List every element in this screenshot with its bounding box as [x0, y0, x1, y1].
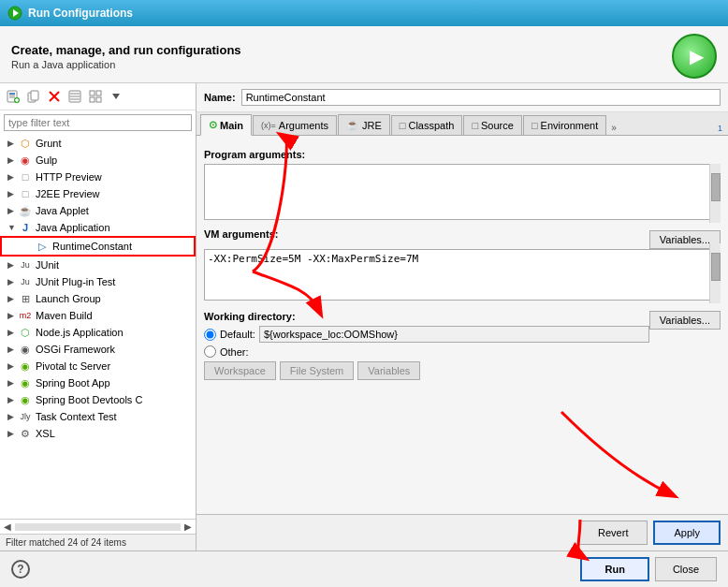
file-system-btn[interactable]: File System	[280, 361, 354, 380]
default-radio-label: Default:	[220, 329, 255, 340]
header-area: Create, manage, and run configurations R…	[0, 26, 728, 83]
header-title: Create, manage, and run configurations	[11, 43, 241, 57]
working-dir-label: Working directory:	[204, 311, 721, 322]
spring-boot-icon: ◉	[19, 376, 32, 389]
junit-plugin-icon: Ju	[19, 275, 32, 288]
tab-overflow-btn[interactable]: »	[607, 121, 620, 135]
environment-tab-label: Environment	[541, 120, 599, 131]
java-application-icon: J	[19, 221, 32, 234]
program-args-textarea[interactable]	[204, 164, 721, 220]
list-item-xsl[interactable]: ▶ ⚙ XSL	[0, 425, 196, 442]
jre-tab-label: JRE	[362, 120, 382, 131]
default-dir-input[interactable]	[259, 326, 649, 343]
svg-rect-17	[90, 91, 95, 95]
tab-classpath[interactable]: □ Classpath	[391, 115, 463, 135]
arguments-tab-label: Arguments	[279, 120, 328, 131]
other-radio[interactable]	[204, 345, 216, 358]
tabs-row: ⊙ Main (x)= Arguments ☕ JRE □ Classpath …	[197, 112, 728, 136]
list-item-spring-boot-dev[interactable]: ▶ ◉ Spring Boot Devtools C	[0, 391, 196, 408]
launch-group-icon: ⊞	[19, 292, 32, 305]
status-bar: Filter matched 24 of 24 items	[0, 534, 196, 550]
task-icon: Jly	[19, 410, 32, 423]
right-panel: Name: ⊙ Main (x)= Arguments ☕ JRE □	[197, 83, 728, 550]
workspace-btn[interactable]: Workspace	[204, 361, 276, 380]
http-preview-icon: □	[19, 170, 32, 183]
vm-args-scrollbar	[709, 243, 721, 303]
program-args-scrollbar	[709, 164, 721, 223]
list-item-java-application[interactable]: ▼ J Java Application	[0, 219, 196, 236]
toolbar-row	[0, 83, 196, 110]
list-item[interactable]: ▶ ◉ Gulp	[0, 152, 196, 169]
revert-btn[interactable]: Revert	[578, 521, 648, 545]
vm-args-container	[204, 243, 721, 303]
title-bar-icon	[7, 6, 22, 21]
scroll-left-arrow[interactable]: ◀	[4, 521, 11, 532]
dir-buttons-row: Workspace File System Variables	[204, 361, 721, 380]
list-item-nodejs[interactable]: ▶ ⬡ Node.js Application	[0, 324, 196, 341]
main-tab-label: Main	[220, 120, 243, 131]
config-content: Program arguments: Variables... VM argum…	[197, 136, 728, 514]
scroll-right-arrow[interactable]: ▶	[184, 521, 192, 532]
variables-btn-2[interactable]: Variables...	[649, 311, 721, 330]
bottom-bar: ? Run Close	[0, 550, 728, 587]
junit-icon: Ju	[19, 258, 32, 271]
list-item-junit-plugin[interactable]: ▶ Ju JUnit Plug-in Test	[0, 273, 196, 290]
tree-container: ▶ ⬡ Grunt ▶ ◉ Gulp ▶ □ HTTP Preview ▶ □	[0, 135, 196, 519]
program-args-scrollbar-thumb	[711, 173, 721, 201]
nodejs-icon: ⬡	[19, 326, 32, 339]
vm-args-textarea[interactable]	[204, 249, 721, 301]
close-button[interactable]: Close	[655, 557, 717, 581]
apply-btn[interactable]: Apply	[653, 521, 721, 545]
list-item[interactable]: ▶ ⬡ Grunt	[0, 135, 196, 152]
name-label: Name:	[204, 92, 236, 103]
duplicate-btn[interactable]	[24, 87, 43, 106]
list-item-osgi[interactable]: ▶ ◉ OSGi Framework	[0, 341, 196, 358]
tab-jre[interactable]: ☕ JRE	[338, 114, 390, 135]
list-item-launch-group[interactable]: ▶ ⊞ Launch Group	[0, 290, 196, 307]
header-text: Create, manage, and run configurations R…	[11, 43, 241, 70]
vm-args-scrollbar-thumb	[711, 253, 721, 281]
classpath-tab-label: Classpath	[408, 120, 454, 131]
maven-icon: m2	[19, 309, 32, 322]
j2ee-preview-icon: □	[19, 187, 32, 200]
collapse-all-btn[interactable]	[86, 87, 105, 106]
osgi-icon: ◉	[19, 343, 32, 356]
default-radio[interactable]	[204, 329, 216, 341]
delete-btn[interactable]	[45, 87, 64, 106]
tab-main[interactable]: ⊙ Main	[200, 114, 252, 136]
title-bar-text: Run Configurations	[28, 7, 133, 20]
scroll-arrows: ◀ ▶	[0, 519, 196, 534]
tab-source[interactable]: □ Source	[463, 115, 522, 135]
tab-environment[interactable]: □ Environment	[523, 115, 606, 135]
svg-rect-18	[96, 91, 101, 95]
menu-btn[interactable]	[107, 87, 125, 106]
name-input[interactable]	[241, 89, 721, 106]
variables-btn-3[interactable]: Variables	[357, 361, 420, 380]
grunt-icon: ⬡	[19, 137, 32, 150]
header-subtitle: Run a Java application	[11, 59, 241, 70]
pivotal-icon: ◉	[19, 360, 32, 373]
left-panel: ▶ ⬡ Grunt ▶ ◉ Gulp ▶ □ HTTP Preview ▶ □	[0, 83, 197, 550]
list-item-pivotal[interactable]: ▶ ◉ Pivotal tc Server	[0, 358, 196, 374]
xsl-icon: ⚙	[19, 427, 32, 440]
source-tab-icon: □	[472, 120, 478, 131]
list-item-spring-boot[interactable]: ▶ ◉ Spring Boot App	[0, 374, 196, 391]
new-config-btn[interactable]	[4, 87, 22, 106]
environment-tab-icon: □	[531, 120, 538, 131]
run-large-button[interactable]	[672, 34, 717, 79]
list-item[interactable]: ▶ □ J2EE Preview	[0, 185, 196, 202]
filter-input[interactable]	[4, 114, 192, 131]
jre-tab-icon: ☕	[346, 119, 359, 131]
main-container: Create, manage, and run configurations R…	[0, 26, 728, 587]
list-item[interactable]: ▶ □ HTTP Preview	[0, 169, 196, 185]
list-item-runtime-constant[interactable]: ▷ RuntimeConstant	[0, 236, 196, 257]
tab-arguments[interactable]: (x)= Arguments	[253, 115, 337, 135]
filter-btn[interactable]	[66, 87, 84, 106]
list-item[interactable]: ▶ ☕ Java Applet	[0, 202, 196, 219]
list-item-maven[interactable]: ▶ m2 Maven Build	[0, 307, 196, 324]
list-item-junit[interactable]: ▶ Ju JUnit	[0, 257, 196, 273]
source-tab-label: Source	[481, 120, 514, 131]
help-button[interactable]: ?	[11, 560, 30, 579]
list-item-task[interactable]: ▶ Jly Task Context Test	[0, 408, 196, 425]
run-button[interactable]: Run	[580, 557, 648, 581]
